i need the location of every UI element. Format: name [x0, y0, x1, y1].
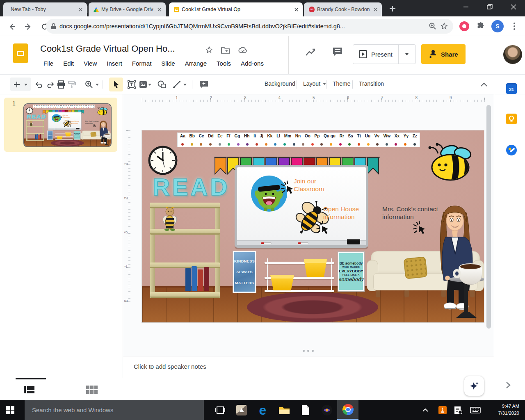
line-caret[interactable]: [181, 78, 189, 91]
move-to-folder-icon[interactable]: [221, 45, 231, 55]
zoom-page-icon[interactable]: [429, 22, 437, 30]
tab-close-icon[interactable]: [372, 6, 379, 13]
bookmark-star-icon[interactable]: [440, 22, 448, 30]
taskbar-clock[interactable]: 9:47 AM 7/31/2020: [484, 403, 519, 416]
menu-item[interactable]: File: [39, 58, 57, 68]
activity-trend-icon[interactable]: [305, 48, 315, 57]
url-bar[interactable]: docs.google.com/presentation/d/1CypjnI6G…: [46, 19, 453, 34]
chrome-taskbar-icon[interactable]: [337, 400, 358, 420]
comments-icon[interactable]: [332, 47, 342, 57]
document-title[interactable]: Cook1st Grade Virtual Open Ho...: [40, 43, 175, 54]
transition-button[interactable]: Transition: [356, 79, 386, 89]
alphabet-picture-dot: [191, 143, 193, 146]
menu-item[interactable]: Add-ons: [237, 58, 268, 68]
theme-button[interactable]: Theme: [330, 79, 353, 89]
tab-close-icon[interactable]: [77, 6, 84, 13]
calendar-day-number: 31: [509, 87, 514, 92]
tab-title: My Drive - Google Drive: [101, 7, 153, 12]
text-box-icon[interactable]: [126, 78, 138, 91]
grid-view-icon[interactable]: [86, 385, 98, 394]
share-button[interactable]: Share: [421, 44, 466, 64]
alphabet-picture-dot: [339, 143, 342, 146]
document-app-icon[interactable]: [295, 400, 315, 420]
slides-app-icon[interactable]: [13, 43, 28, 63]
menu-item[interactable]: Slide: [157, 58, 179, 68]
tab-close-icon[interactable]: [156, 6, 162, 13]
bee-cartoon-top-right: [96, 107, 109, 116]
canvas-vertical-scrollbar[interactable]: [486, 105, 491, 329]
select-tool-icon[interactable]: [109, 78, 123, 91]
background-button[interactable]: Background: [262, 79, 298, 89]
new-slide-caret[interactable]: [22, 78, 30, 91]
forward-icon[interactable]: [23, 21, 34, 32]
tab-google-drive[interactable]: My Drive - Google Drive: [89, 2, 166, 16]
chrome-profile-avatar[interactable]: S: [491, 20, 504, 32]
window-maximize-button[interactable]: [480, 0, 499, 14]
calendar-icon[interactable]: 31: [506, 83, 517, 94]
window-minimize-button[interactable]: [457, 0, 475, 14]
image-caret[interactable]: [146, 78, 153, 91]
zoom-caret[interactable]: [94, 78, 101, 91]
edge-browser-icon[interactable]: e: [253, 400, 273, 420]
shape-tool-icon[interactable]: [156, 78, 168, 91]
taskbar-search-input[interactable]: Search the web and Windows: [25, 400, 204, 420]
start-button[interactable]: [0, 400, 20, 420]
present-dropdown-caret[interactable]: [399, 53, 415, 55]
side-table-stem: [464, 281, 468, 313]
menu-item[interactable]: Edit: [59, 58, 78, 68]
search-placeholder: Search the web and Windows: [32, 406, 113, 413]
alphabet-picture-dot: [37, 107, 37, 107]
bee-plush: [161, 207, 179, 231]
eye-app-icon[interactable]: [317, 400, 337, 420]
file-explorer-icon[interactable]: [274, 400, 294, 420]
menu-item[interactable]: Arrange: [181, 58, 211, 68]
explore-button[interactable]: [464, 376, 484, 396]
join-classroom-link[interactable]: Join our Classroom: [294, 177, 324, 193]
alphabet-picture-dot: [246, 143, 249, 146]
new-slide-plus-icon[interactable]: [11, 78, 23, 91]
tab-slides-active[interactable]: Cook1st Grade Virtual Op: [169, 2, 303, 16]
open-house-link[interactable]: Open House information: [70, 121, 79, 124]
expand-panel-chevron-icon[interactable]: [506, 381, 511, 389]
back-icon[interactable]: [7, 21, 17, 32]
cloud-saved-icon[interactable]: [238, 45, 248, 55]
yellow-bin: [65, 132, 71, 137]
present-button[interactable]: Present: [353, 44, 416, 64]
account-avatar[interactable]: [503, 45, 522, 64]
layout-button[interactable]: Layout: [301, 79, 329, 89]
undo-icon[interactable]: [33, 78, 45, 91]
poster-line: somebody: [74, 136, 80, 137]
tab-close-icon[interactable]: [293, 6, 299, 13]
tasks-icon[interactable]: [506, 144, 517, 156]
wall-shelf: [265, 258, 334, 292]
new-tab-button[interactable]: [388, 4, 397, 13]
add-comment-icon[interactable]: [198, 78, 210, 91]
speaker-notes-input[interactable]: Click to add speaker notes: [134, 363, 206, 370]
notes-resize-handle[interactable]: [303, 350, 314, 352]
click-cursor-icon: [281, 180, 295, 195]
task-view-icon[interactable]: [210, 400, 230, 420]
tab-new-tab[interactable]: New Tab - Toby: [3, 2, 87, 16]
menu-item[interactable]: Insert: [103, 58, 126, 68]
toby-extension-icon[interactable]: [459, 21, 470, 32]
alphabet-letter: Kk: [267, 134, 273, 138]
menu-item[interactable]: Format: [128, 58, 156, 68]
keyboard-tray-icon[interactable]: [465, 400, 485, 420]
filmstrip-view-icon[interactable]: [24, 385, 34, 394]
open-house-link[interactable]: Open House information: [323, 205, 359, 221]
window-close-button[interactable]: [504, 0, 523, 14]
slide-1-thumbnail[interactable]: AaBbCcDdEeFfGgHhIiJjKkLlMmNnOoPpQu quRrS…: [23, 103, 112, 147]
browser-menu-kebab-icon[interactable]: [509, 21, 520, 32]
paint-format-icon[interactable]: [66, 78, 78, 91]
tab-sis[interactable]: SIS Brandy Cook - Bowdon El: [304, 2, 382, 16]
slide-page[interactable]: AaBbCcDdEeFfGgHhIiJjKkLlMmNnOoPpQu quRrS…: [142, 130, 484, 322]
extensions-puzzle-icon[interactable]: [475, 21, 486, 32]
join-classroom-link[interactable]: Join our Classroom: [63, 114, 71, 118]
menu-item[interactable]: View: [80, 58, 101, 68]
slide-number: 1: [12, 100, 16, 107]
star-document-icon[interactable]: [204, 45, 214, 55]
paint-app-icon[interactable]: [231, 400, 251, 420]
collapse-toolbar-icon[interactable]: [478, 78, 490, 91]
keep-icon[interactable]: [506, 113, 517, 125]
menu-item[interactable]: Tools: [212, 58, 235, 68]
